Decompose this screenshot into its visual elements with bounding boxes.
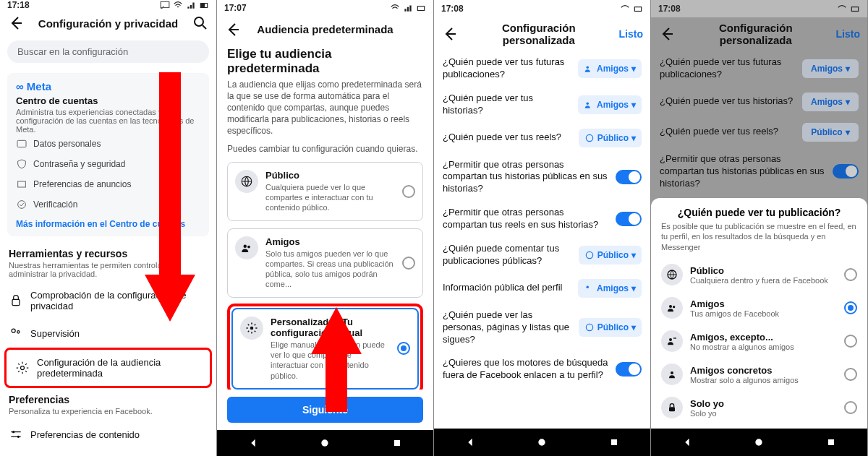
svg-point-21	[250, 327, 254, 330]
svg-point-26	[586, 66, 589, 69]
card-row-ads[interactable]: Preferencias de anuncios	[16, 174, 200, 194]
row-supervision[interactable]: Supervisión	[0, 319, 216, 348]
row-content-prefs[interactable]: Preferencias de contenido	[0, 420, 216, 449]
pill-public[interactable]: Público ▾	[579, 318, 642, 337]
radio[interactable]	[844, 335, 857, 348]
radio[interactable]	[844, 368, 857, 381]
nav-home-icon[interactable]	[319, 437, 331, 449]
svg-rect-25	[634, 7, 641, 12]
sheet-option-friends-except[interactable]: Amigos, excepto...No mostrar a algunos a…	[661, 324, 857, 358]
option-public[interactable]: PúblicoCualquiera puede ver lo que compa…	[227, 162, 423, 221]
id-icon	[16, 138, 27, 150]
description-1: La audiencia que elijas como predetermin…	[227, 79, 423, 137]
back-button[interactable]	[441, 25, 459, 43]
section-prefs-desc: Personaliza tu experiencia en Facebook.	[0, 407, 216, 420]
card-row-security[interactable]: Contraseña y seguridad	[16, 154, 200, 174]
cast-icon	[160, 0, 170, 10]
back-button[interactable]	[224, 21, 242, 38]
battery-icon	[850, 4, 860, 14]
sheet-option-only-me[interactable]: Solo yoSolo yo	[661, 391, 857, 424]
row-privacy-check[interactable]: Comprobación de la configuración de priv…	[0, 283, 216, 319]
pill-friends[interactable]: Amigos ▾	[578, 59, 642, 78]
panel-settings: 17:18 Configuración y privacidad Buscar …	[0, 0, 217, 456]
svg-rect-42	[828, 439, 834, 445]
svg-point-30	[586, 285, 589, 288]
nav-back-icon[interactable]	[464, 436, 476, 448]
pill-friends[interactable]: Amigos ▾	[578, 95, 642, 114]
friends-except-icon	[666, 335, 678, 347]
svg-rect-34	[851, 7, 858, 12]
panel-default-audience: 17:07 Audiencia predeterminada Elige tu …	[217, 0, 434, 456]
sheet-option-friends[interactable]: AmigosTus amigos de Facebook	[661, 291, 857, 324]
row-reactions-prefs[interactable]: Preferencias de reacciones	[0, 449, 216, 456]
radio-selected[interactable]	[397, 342, 410, 355]
nav-recent-icon[interactable]	[391, 437, 403, 449]
option-custom[interactable]: Personalizado · Tu configuración actualE…	[231, 308, 419, 390]
status-bar: 17:07	[217, 0, 433, 17]
radio[interactable]	[844, 401, 857, 414]
clock: 17:18	[7, 0, 30, 10]
toggle-on[interactable]	[616, 362, 642, 377]
sheet-option-public[interactable]: PúblicoCualquiera dentro y fuera de Face…	[661, 258, 857, 291]
row-default-audience[interactable]: Configuración de la audiencia predetermi…	[4, 348, 212, 388]
svg-point-9	[17, 331, 20, 333]
option-friends[interactable]: AmigosSolo tus amigos pueden ver lo que …	[227, 228, 423, 298]
arrow-left-icon	[658, 25, 676, 43]
done-button: Listo	[836, 28, 860, 40]
sheet-option-specific-friends[interactable]: Amigos concretosMostrar solo a algunos a…	[661, 358, 857, 391]
done-button[interactable]: Listo	[619, 28, 643, 40]
section-prefs-title: Preferencias	[0, 388, 216, 407]
q-profile-info: Información pública del perfil	[443, 282, 571, 294]
radio[interactable]	[402, 185, 415, 198]
back-button[interactable]	[7, 14, 25, 32]
svg-point-11	[12, 431, 14, 433]
battery-icon	[633, 4, 643, 14]
globe-icon	[584, 133, 595, 143]
panel-custom-settings: 17:08 Configuración personalizada Listo …	[434, 0, 651, 456]
shield-icon	[16, 158, 27, 170]
svg-point-8	[12, 329, 15, 332]
arrow-left-icon	[441, 25, 459, 43]
svg-point-10	[21, 366, 25, 370]
nav-back-icon[interactable]	[247, 437, 259, 449]
page-title: Configuración personalizada	[681, 22, 830, 46]
toggle-on[interactable]	[616, 170, 642, 184]
card-row-verify[interactable]: Verificación	[16, 194, 200, 215]
meta-logo: ∞ Meta	[16, 80, 200, 93]
pill-public[interactable]: Público ▾	[579, 246, 642, 264]
radio[interactable]	[402, 257, 415, 270]
lock-icon	[9, 293, 23, 308]
status-icons	[620, 4, 643, 14]
card-row-personal[interactable]: Datos personales	[16, 134, 200, 154]
meta-card: ∞ Meta Centro de cuentas Administra tus …	[7, 73, 209, 236]
nav-home-icon[interactable]	[536, 436, 548, 448]
friends-icon	[584, 100, 594, 110]
search-button[interactable]	[192, 14, 209, 32]
svg-point-28	[586, 134, 592, 141]
nav-back-icon[interactable]	[681, 436, 693, 448]
radio[interactable]	[844, 268, 857, 281]
bottom-sheet: ¿Quién puede ver tu publicación? Es posi…	[651, 198, 867, 429]
status-icons	[837, 4, 860, 14]
q-stories: ¿Quién puede ver tus historias?	[443, 93, 571, 117]
pill-friends[interactable]: Amigos ▾	[578, 279, 642, 298]
svg-rect-23	[394, 440, 400, 446]
search-input[interactable]: Buscar en la configuración	[7, 40, 209, 63]
pill-public[interactable]: Público ▾	[579, 129, 642, 147]
family-icon	[9, 326, 23, 340]
svg-point-3	[195, 17, 203, 26]
svg-point-20	[247, 245, 250, 248]
toggle-on[interactable]	[616, 212, 642, 226]
card-link[interactable]: Más información en el Centro de cuentas	[16, 219, 200, 229]
svg-point-12	[17, 436, 20, 438]
next-button[interactable]: Siguiente	[227, 397, 423, 423]
nav-recent-icon[interactable]	[608, 436, 620, 448]
radio-selected[interactable]	[844, 301, 857, 314]
page-title: Audiencia predeterminada	[247, 23, 403, 35]
header: Configuración personalizada Listo	[434, 17, 650, 51]
sheet-title: ¿Quién puede ver tu publicación?	[661, 207, 857, 218]
svg-point-38	[669, 338, 672, 341]
nav-home-icon[interactable]	[753, 436, 765, 448]
header-dimmed: Configuración personalizada Listo	[651, 17, 867, 51]
clock: 17:07	[224, 3, 247, 13]
